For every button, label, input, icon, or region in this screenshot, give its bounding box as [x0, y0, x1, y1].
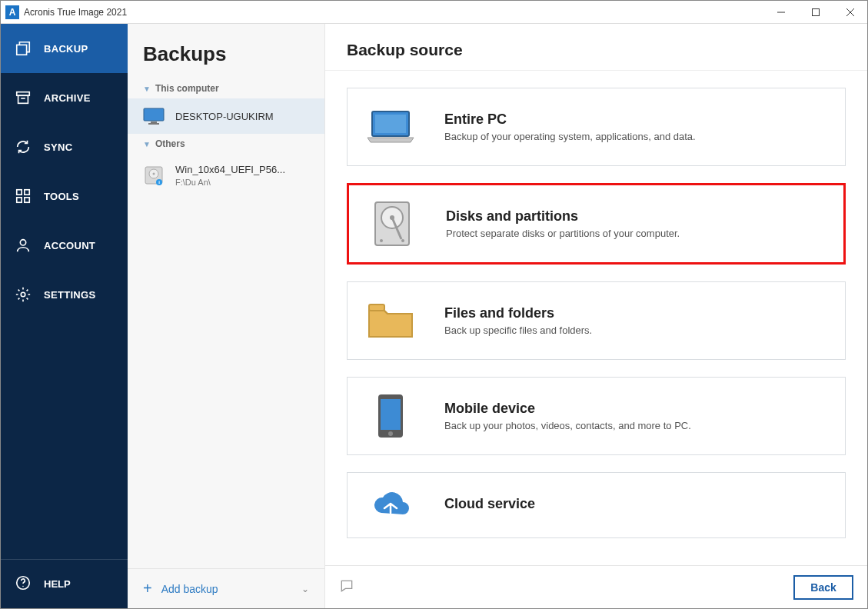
card-entire-pc[interactable]: Entire PC Backup of your operating syste…	[347, 88, 846, 166]
source-options: Entire PC Backup of your operating syste…	[325, 71, 867, 565]
nav-sync[interactable]: SYNC	[1, 122, 128, 171]
bottom-bar: Back	[325, 565, 867, 608]
card-desc: Protect separate disks or partitions of …	[446, 228, 680, 239]
card-mobile-device[interactable]: Mobile device Back up your photos, video…	[347, 377, 846, 455]
app-icon: A	[5, 5, 19, 19]
nav-help[interactable]: HELP	[1, 559, 128, 608]
card-disks-partitions[interactable]: Disks and partitions Protect separate di…	[347, 183, 846, 265]
main-header: Backup source	[325, 24, 867, 71]
backups-panel: Backups ▼ This computer DESKTOP-UGUKIRM …	[128, 24, 325, 608]
disk-icon: i	[143, 167, 165, 184]
nav-label: ACCOUNT	[44, 240, 95, 251]
svg-point-13	[21, 292, 25, 297]
titlebar: A Acronis True Image 2021	[1, 1, 867, 24]
cloud-icon	[366, 481, 415, 530]
backup-item-win10[interactable]: i Win_10x64_UEFI_P56... F:\Du An\	[128, 154, 324, 197]
window-controls	[763, 1, 867, 24]
back-button[interactable]: Back	[793, 575, 853, 600]
svg-rect-9	[25, 190, 29, 195]
plus-icon[interactable]: +	[143, 580, 152, 597]
nav-archive[interactable]: ARCHIVE	[1, 73, 128, 122]
help-icon	[15, 574, 32, 594]
backups-heading: Backups	[128, 24, 324, 78]
archive-icon	[15, 89, 32, 106]
svg-point-34	[388, 431, 393, 436]
left-nav: BACKUP ARCHIVE SYNC TOOLS ACCOUNT SETTIN…	[1, 24, 128, 608]
nav-label: SYNC	[44, 141, 72, 153]
tools-icon	[15, 188, 32, 205]
nav-label: TOOLS	[44, 191, 79, 202]
minimize-button[interactable]	[763, 1, 798, 24]
page-title: Backup source	[347, 41, 846, 59]
svg-rect-10	[17, 198, 22, 202]
nav-settings[interactable]: SETTINGS	[1, 270, 128, 319]
account-icon	[15, 237, 32, 254]
card-title: Entire PC	[444, 111, 696, 128]
monitor-icon	[143, 108, 165, 125]
svg-point-30	[401, 239, 404, 242]
app-window: A Acronis True Image 2021 BACKUP ARCHIVE…	[0, 0, 868, 609]
group-this-computer[interactable]: ▼ This computer	[128, 78, 324, 98]
svg-rect-4	[17, 45, 27, 55]
svg-rect-1	[812, 8, 819, 15]
card-desc: Back up your photos, videos, contacts, a…	[444, 420, 691, 431]
svg-rect-25	[375, 115, 406, 133]
chevron-down-icon: ▼	[143, 140, 151, 148]
card-title: Disks and partitions	[446, 208, 680, 225]
svg-rect-17	[151, 121, 157, 123]
svg-rect-31	[369, 304, 384, 311]
add-backup-button[interactable]: Add backup	[161, 583, 218, 595]
group-others[interactable]: ▼ Others	[128, 134, 324, 154]
list-footer: + Add backup ⌄	[128, 568, 324, 608]
group-label: This computer	[155, 83, 219, 94]
sync-icon	[15, 138, 32, 155]
nav-account[interactable]: ACCOUNT	[1, 221, 128, 270]
svg-point-15	[22, 586, 23, 587]
svg-point-21	[153, 173, 155, 175]
card-desc: Backup of your operating system, applica…	[444, 131, 696, 142]
backup-item-label: DESKTOP-UGUKIRM	[175, 111, 274, 122]
svg-rect-18	[148, 123, 159, 125]
body: BACKUP ARCHIVE SYNC TOOLS ACCOUNT SETTIN…	[1, 24, 867, 608]
svg-rect-16	[144, 108, 164, 121]
nav-label: SETTINGS	[44, 289, 95, 301]
svg-point-12	[20, 240, 25, 245]
svg-rect-11	[25, 198, 29, 202]
close-button[interactable]	[833, 1, 867, 24]
nav-label: BACKUP	[44, 43, 88, 55]
folder-icon	[366, 296, 415, 345]
card-files-folders[interactable]: Files and folders Back up specific files…	[347, 281, 846, 360]
app-title: Acronis True Image 2021	[24, 7, 127, 18]
svg-rect-33	[381, 399, 401, 430]
backup-item-title: Win_10x64_UEFI_P56...	[175, 163, 285, 177]
maximize-button[interactable]	[798, 1, 833, 24]
backup-item-desktop[interactable]: DESKTOP-UGUKIRM	[128, 98, 324, 134]
card-cloud-service[interactable]: Cloud service	[347, 472, 846, 538]
add-backup-dropdown[interactable]: ⌄	[301, 584, 309, 594]
laptop-icon	[366, 102, 415, 151]
main-content: Backup source Entire PC Backup of your o…	[325, 24, 867, 608]
nav-tools[interactable]: TOOLS	[1, 171, 128, 221]
card-title: Mobile device	[444, 401, 691, 417]
card-desc: Back up specific files and folders.	[444, 324, 592, 336]
card-title: Files and folders	[444, 305, 592, 321]
backup-icon	[15, 40, 32, 57]
svg-rect-6	[18, 95, 28, 103]
harddisk-icon	[367, 199, 417, 248]
nav-label: ARCHIVE	[44, 92, 91, 104]
nav-label: HELP	[44, 578, 71, 590]
backup-item-path: F:\Du An\	[175, 177, 285, 188]
group-label: Others	[155, 138, 185, 149]
svg-rect-8	[17, 190, 22, 195]
settings-icon	[15, 286, 32, 303]
chat-icon[interactable]	[339, 578, 354, 597]
mobile-icon	[366, 391, 415, 441]
chevron-down-icon: ▼	[143, 85, 151, 93]
nav-backup[interactable]: BACKUP	[1, 24, 128, 73]
svg-point-29	[380, 239, 383, 242]
card-title: Cloud service	[444, 496, 535, 512]
